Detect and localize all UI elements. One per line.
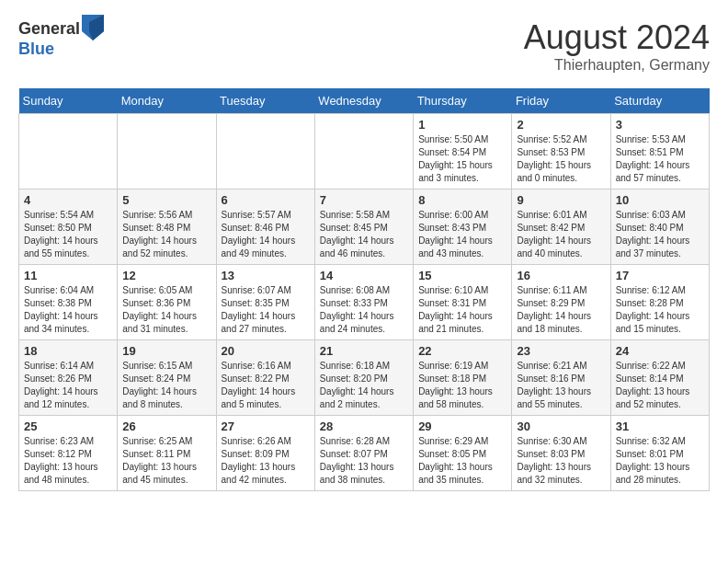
day-number: 7 [320,193,408,207]
day-info: Sunrise: 6:25 AM Sunset: 8:11 PM Dayligh… [122,435,210,487]
day-number: 25 [24,419,112,433]
calendar-cell: 6Sunrise: 5:57 AM Sunset: 8:46 PM Daylig… [216,190,314,265]
calendar-cell: 21Sunrise: 6:18 AM Sunset: 8:20 PM Dayli… [314,340,413,416]
calendar-header-row: SundayMondayTuesdayWednesdayThursdayFrid… [19,88,710,114]
calendar-cell: 13Sunrise: 6:07 AM Sunset: 8:35 PM Dayli… [216,265,314,340]
day-number: 13 [222,269,310,282]
day-info: Sunrise: 5:58 AM Sunset: 8:45 PM Dayligh… [320,209,408,260]
day-number: 27 [222,419,310,433]
calendar-week-row: 11Sunrise: 6:04 AM Sunset: 8:38 PM Dayli… [19,265,710,340]
calendar-cell: 4Sunrise: 5:54 AM Sunset: 8:50 PM Daylig… [19,190,118,265]
day-number: 22 [418,344,506,358]
day-info: Sunrise: 6:14 AM Sunset: 8:26 PM Dayligh… [24,360,112,411]
day-number: 6 [222,193,310,207]
day-number: 30 [517,419,605,433]
calendar-cell: 31Sunrise: 6:32 AM Sunset: 8:01 PM Dayli… [610,416,709,491]
calendar-cell: 14Sunrise: 6:08 AM Sunset: 8:33 PM Dayli… [314,265,413,340]
day-info: Sunrise: 6:26 AM Sunset: 8:09 PM Dayligh… [222,435,310,487]
calendar-cell: 16Sunrise: 6:11 AM Sunset: 8:29 PM Dayli… [512,265,610,340]
calendar-cell [118,114,216,190]
logo: General Blue [18,18,104,59]
day-info: Sunrise: 6:01 AM Sunset: 8:42 PM Dayligh… [517,209,605,260]
day-number: 1 [418,118,506,132]
calendar-cell [314,114,413,190]
day-info: Sunrise: 6:22 AM Sunset: 8:14 PM Dayligh… [616,360,704,411]
calendar-cell: 27Sunrise: 6:26 AM Sunset: 8:09 PM Dayli… [216,416,314,491]
calendar-cell: 8Sunrise: 6:00 AM Sunset: 8:43 PM Daylig… [414,190,512,265]
day-number: 16 [517,269,605,282]
day-number: 8 [418,193,506,207]
day-number: 29 [418,419,506,433]
calendar-cell [216,114,314,190]
calendar-cell: 5Sunrise: 5:56 AM Sunset: 8:48 PM Daylig… [118,190,216,265]
location-subtitle: Thierhaupten, Germany [524,57,710,74]
calendar-cell: 2Sunrise: 5:52 AM Sunset: 8:53 PM Daylig… [512,114,610,190]
day-info: Sunrise: 6:32 AM Sunset: 8:01 PM Dayligh… [616,435,704,487]
day-number: 31 [616,419,704,433]
calendar-cell: 25Sunrise: 6:23 AM Sunset: 8:12 PM Dayli… [19,416,118,491]
day-info: Sunrise: 6:23 AM Sunset: 8:12 PM Dayligh… [24,435,112,487]
day-number: 28 [320,419,408,433]
calendar-cell: 23Sunrise: 6:21 AM Sunset: 8:16 PM Dayli… [512,340,610,416]
day-number: 21 [320,344,408,358]
calendar-cell: 9Sunrise: 6:01 AM Sunset: 8:42 PM Daylig… [512,190,610,265]
calendar-cell: 11Sunrise: 6:04 AM Sunset: 8:38 PM Dayli… [19,265,118,340]
calendar-cell: 20Sunrise: 6:16 AM Sunset: 8:22 PM Dayli… [216,340,314,416]
day-info: Sunrise: 5:57 AM Sunset: 8:46 PM Dayligh… [222,209,310,260]
calendar-week-row: 25Sunrise: 6:23 AM Sunset: 8:12 PM Dayli… [19,416,710,491]
day-info: Sunrise: 6:00 AM Sunset: 8:43 PM Dayligh… [418,209,506,260]
calendar-cell: 18Sunrise: 6:14 AM Sunset: 8:26 PM Dayli… [19,340,118,416]
day-info: Sunrise: 6:29 AM Sunset: 8:05 PM Dayligh… [418,435,506,487]
day-number: 26 [122,419,210,433]
calendar-cell: 24Sunrise: 6:22 AM Sunset: 8:14 PM Dayli… [610,340,709,416]
day-info: Sunrise: 6:21 AM Sunset: 8:16 PM Dayligh… [517,360,605,411]
calendar-cell: 15Sunrise: 6:10 AM Sunset: 8:31 PM Dayli… [414,265,512,340]
day-info: Sunrise: 6:28 AM Sunset: 8:07 PM Dayligh… [320,435,408,487]
day-info: Sunrise: 6:08 AM Sunset: 8:33 PM Dayligh… [320,284,408,336]
calendar-cell: 7Sunrise: 5:58 AM Sunset: 8:45 PM Daylig… [314,190,413,265]
header: General Blue August 2024 Thierhaupten, G… [18,18,710,74]
header-day-tuesday: Tuesday [216,88,314,114]
day-info: Sunrise: 6:04 AM Sunset: 8:38 PM Dayligh… [24,284,112,336]
day-number: 17 [616,269,704,282]
calendar-cell: 28Sunrise: 6:28 AM Sunset: 8:07 PM Dayli… [314,416,413,491]
day-info: Sunrise: 5:56 AM Sunset: 8:48 PM Dayligh… [122,209,210,260]
logo-blue-text: Blue [18,40,104,59]
month-year-title: August 2024 [524,18,710,57]
day-number: 5 [122,193,210,207]
day-number: 11 [24,269,112,282]
day-number: 20 [222,344,310,358]
calendar-cell: 10Sunrise: 6:03 AM Sunset: 8:40 PM Dayli… [610,190,709,265]
day-info: Sunrise: 6:07 AM Sunset: 8:35 PM Dayligh… [222,284,310,336]
day-number: 24 [616,344,704,358]
day-info: Sunrise: 5:52 AM Sunset: 8:53 PM Dayligh… [517,133,605,185]
day-number: 3 [616,118,704,132]
day-info: Sunrise: 6:11 AM Sunset: 8:29 PM Dayligh… [517,284,605,336]
day-number: 19 [122,344,210,358]
day-number: 18 [24,344,112,358]
day-info: Sunrise: 6:03 AM Sunset: 8:40 PM Dayligh… [616,209,704,260]
logo-icon [82,15,104,40]
logo-general-text: General [18,20,80,39]
calendar-cell: 12Sunrise: 6:05 AM Sunset: 8:36 PM Dayli… [118,265,216,340]
calendar-week-row: 18Sunrise: 6:14 AM Sunset: 8:26 PM Dayli… [19,340,710,416]
header-day-saturday: Saturday [610,88,709,114]
day-info: Sunrise: 6:30 AM Sunset: 8:03 PM Dayligh… [517,435,605,487]
calendar-cell: 17Sunrise: 6:12 AM Sunset: 8:28 PM Dayli… [610,265,709,340]
header-day-monday: Monday [118,88,216,114]
day-number: 10 [616,193,704,207]
calendar-cell [19,114,118,190]
calendar-cell: 29Sunrise: 6:29 AM Sunset: 8:05 PM Dayli… [414,416,512,491]
header-day-sunday: Sunday [19,88,118,114]
day-number: 12 [122,269,210,282]
day-info: Sunrise: 5:53 AM Sunset: 8:51 PM Dayligh… [616,133,704,185]
header-day-thursday: Thursday [414,88,512,114]
day-info: Sunrise: 6:10 AM Sunset: 8:31 PM Dayligh… [418,284,506,336]
day-info: Sunrise: 6:16 AM Sunset: 8:22 PM Dayligh… [222,360,310,411]
calendar-table: SundayMondayTuesdayWednesdayThursdayFrid… [18,88,710,491]
calendar-cell: 19Sunrise: 6:15 AM Sunset: 8:24 PM Dayli… [118,340,216,416]
day-info: Sunrise: 5:50 AM Sunset: 8:54 PM Dayligh… [418,133,506,185]
calendar-week-row: 1Sunrise: 5:50 AM Sunset: 8:54 PM Daylig… [19,114,710,190]
calendar-week-row: 4Sunrise: 5:54 AM Sunset: 8:50 PM Daylig… [19,190,710,265]
day-number: 14 [320,269,408,282]
